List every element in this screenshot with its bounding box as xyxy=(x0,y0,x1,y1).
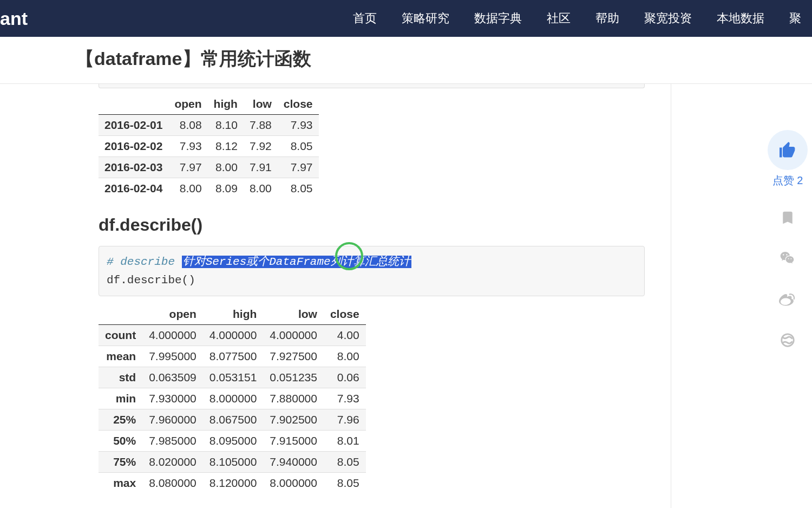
nav-localdata[interactable]: 本地数据 xyxy=(717,10,764,27)
price-table: openhighlowclose 2016-02-018.088.107.887… xyxy=(99,94,319,199)
cell: 8.000000 xyxy=(203,388,264,409)
nav-home[interactable]: 首页 xyxy=(353,10,377,27)
row-index: 50% xyxy=(99,431,142,452)
col-header: close xyxy=(278,94,319,115)
cell: 8.120000 xyxy=(203,473,264,494)
cell: 8.105000 xyxy=(203,452,264,473)
table-row: max8.0800008.1200008.0000008.05 xyxy=(99,473,366,494)
table-row: count4.0000004.0000004.0000004.00 xyxy=(99,325,366,346)
cell: 7.97 xyxy=(278,157,319,178)
bookmark-button[interactable] xyxy=(780,210,796,228)
col-header: low xyxy=(263,304,324,325)
cell: 0.053151 xyxy=(203,367,264,388)
table-row: min7.9300008.0000007.8800007.93 xyxy=(99,388,366,409)
cell: 8.095000 xyxy=(203,431,264,452)
thumbs-up-icon xyxy=(778,140,797,160)
cell: 8.08 xyxy=(168,115,207,136)
code-highlighted-text: 针对Series或个DataFrame列计算汇总统计 xyxy=(182,256,411,268)
cell: 8.00 xyxy=(168,178,207,199)
nav-invest[interactable]: 聚宽投资 xyxy=(644,10,692,27)
like-button[interactable] xyxy=(768,130,808,170)
cell: 0.06 xyxy=(324,367,366,388)
nav-community[interactable]: 社区 xyxy=(547,10,571,27)
nav-research[interactable]: 策略研究 xyxy=(402,10,449,27)
table-row: std0.0635090.0531510.0512350.06 xyxy=(99,367,366,388)
row-index: 2016-02-03 xyxy=(99,157,168,178)
title-bar: 【dataframe】常用统计函数 xyxy=(0,37,812,84)
describe-table: openhighlowclose count4.0000004.0000004.… xyxy=(99,304,366,493)
row-index: 2016-02-04 xyxy=(99,178,168,199)
cell: 7.985000 xyxy=(142,431,203,452)
cell: 4.000000 xyxy=(142,325,203,346)
cell: 7.97 xyxy=(168,157,207,178)
cell: 7.88 xyxy=(244,115,278,136)
cell: 7.91 xyxy=(244,157,278,178)
cell: 7.930000 xyxy=(142,388,203,409)
cell: 8.05 xyxy=(278,178,319,199)
cell: 7.995000 xyxy=(142,346,203,367)
table-row: 25%7.9600008.0675007.9025007.96 xyxy=(99,409,366,431)
cell: 7.960000 xyxy=(142,409,203,431)
weibo-icon xyxy=(779,291,796,308)
cell: 7.96 xyxy=(324,409,366,431)
article-body: openhighlowclose 2016-02-018.088.107.887… xyxy=(76,84,671,508)
nav-more[interactable]: 聚 xyxy=(789,10,801,27)
code-block-truncated xyxy=(99,84,645,88)
table-row: 2016-02-018.088.107.887.93 xyxy=(99,115,319,136)
like-label: 点赞 2 xyxy=(772,173,803,188)
row-index: 75% xyxy=(99,452,142,473)
cell: 0.051235 xyxy=(263,367,324,388)
wechat-icon xyxy=(779,250,796,267)
cell: 8.00 xyxy=(324,346,366,367)
cell: 8.09 xyxy=(208,178,244,199)
globe-icon xyxy=(780,332,796,348)
cell: 7.93 xyxy=(168,136,207,157)
cell: 7.902500 xyxy=(263,409,324,431)
cell: 7.92 xyxy=(244,136,278,157)
col-header: high xyxy=(208,94,244,115)
cell: 8.00 xyxy=(244,178,278,199)
cell: 7.93 xyxy=(324,388,366,409)
cell: 8.12 xyxy=(208,136,244,157)
cell: 7.927500 xyxy=(263,346,324,367)
cell: 8.05 xyxy=(324,452,366,473)
col-header: open xyxy=(142,304,203,325)
row-index: mean xyxy=(99,346,142,367)
cell: 8.05 xyxy=(324,473,366,494)
wechat-button[interactable] xyxy=(779,250,796,269)
row-index: count xyxy=(99,325,142,346)
col-header xyxy=(99,94,168,115)
navbar: ant 首页 策略研究 数据字典 社区 帮助 聚宽投资 本地数据 聚 xyxy=(0,0,812,37)
cell: 4.000000 xyxy=(203,325,264,346)
table-row: 75%8.0200008.1050007.9400008.05 xyxy=(99,452,366,473)
col-header: high xyxy=(203,304,264,325)
nav-help[interactable]: 帮助 xyxy=(595,10,619,27)
cell: 7.93 xyxy=(278,115,319,136)
nav-dict[interactable]: 数据字典 xyxy=(474,10,522,27)
brand-logo[interactable]: ant xyxy=(0,8,28,29)
svg-point-0 xyxy=(782,334,794,347)
code-block-describe: # describe 针对Series或个DataFrame列计算汇总统计 df… xyxy=(99,246,645,296)
row-index: 2016-02-02 xyxy=(99,136,168,157)
col-header: low xyxy=(244,94,278,115)
cell: 0.063509 xyxy=(142,367,203,388)
cell: 4.00 xyxy=(324,325,366,346)
table-row: 50%7.9850008.0950007.9150008.01 xyxy=(99,431,366,452)
cell: 8.020000 xyxy=(142,452,203,473)
table-row: 2016-02-027.938.127.928.05 xyxy=(99,136,319,157)
cell: 7.880000 xyxy=(263,388,324,409)
code-comment: # describe 针对Series或个DataFrame列计算汇总统计 xyxy=(107,256,411,268)
cell: 8.077500 xyxy=(203,346,264,367)
cell: 8.01 xyxy=(324,431,366,452)
row-index: 2016-02-01 xyxy=(99,115,168,136)
cell: 8.05 xyxy=(278,136,319,157)
cell: 8.10 xyxy=(208,115,244,136)
cell: 8.080000 xyxy=(142,473,203,494)
weibo-button[interactable] xyxy=(779,291,796,310)
row-index: max xyxy=(99,473,142,494)
table-row: 2016-02-037.978.007.917.97 xyxy=(99,157,319,178)
share-button[interactable] xyxy=(780,332,796,350)
code-line: df.describe() xyxy=(107,274,195,286)
row-index: min xyxy=(99,388,142,409)
cell: 8.000000 xyxy=(263,473,324,494)
